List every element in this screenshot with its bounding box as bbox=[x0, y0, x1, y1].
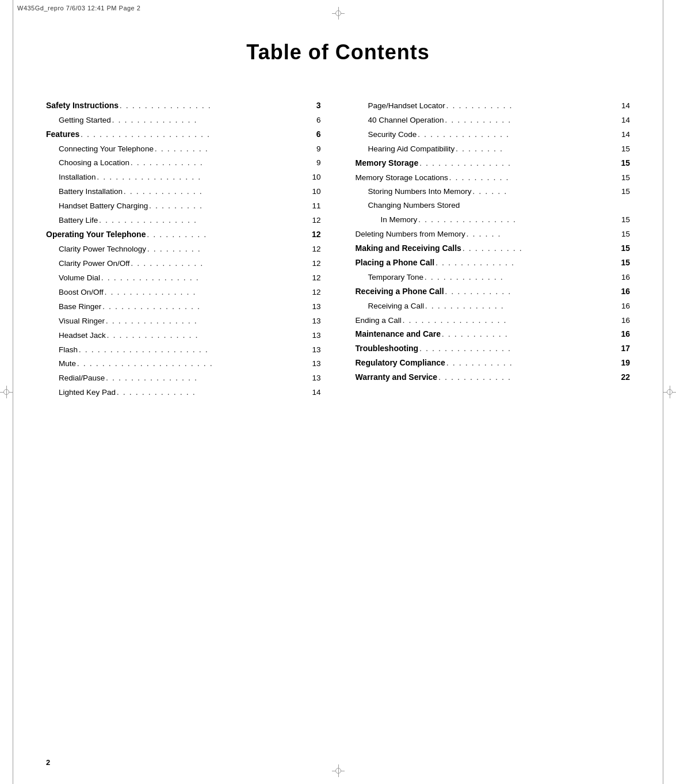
toc-label: Base Ringer bbox=[59, 300, 101, 314]
toc-label: 40 Channel Operation bbox=[368, 114, 444, 127]
toc-dots: . . . . . . bbox=[467, 227, 620, 241]
toc-page: 13 bbox=[312, 329, 320, 342]
toc-entry: Clarity Power On/Off . . . . . . . . . .… bbox=[46, 257, 321, 271]
toc-page: 14 bbox=[621, 128, 630, 142]
toc-label: Getting Started bbox=[59, 114, 111, 127]
toc-dots: . . . . . . . . . . . . . bbox=[436, 256, 620, 270]
toc-entry: Getting Started . . . . . . . . . . . . … bbox=[46, 113, 321, 127]
toc-page: 13 bbox=[312, 315, 320, 328]
toc-entry: Security Code . . . . . . . . . . . . . … bbox=[356, 128, 631, 142]
toc-label: Battery Installation bbox=[59, 185, 123, 199]
toc-label: Warranty and Service bbox=[356, 371, 438, 385]
toc-page: 12 bbox=[312, 243, 320, 256]
toc-dots: . . . . . . . . . . . . . . . bbox=[107, 329, 311, 342]
toc-dots: . . . . . . . . . . . . . bbox=[425, 271, 620, 284]
toc-page: 15 bbox=[621, 228, 630, 241]
toc-page: 16 bbox=[621, 328, 630, 341]
toc-label: Clarity Power On/Off bbox=[59, 257, 130, 271]
toc-label: Temporary Tone bbox=[368, 271, 424, 284]
toc-page: 6 bbox=[316, 114, 321, 127]
toc-page: 10 bbox=[312, 171, 320, 184]
toc-dots: . . . . . . . . . . . . . bbox=[117, 386, 311, 399]
toc-dots: . . . . . . . . . . . . . . . . . bbox=[97, 170, 311, 184]
toc-entry: Redial/Pause . . . . . . . . . . . . . .… bbox=[46, 371, 321, 385]
toc-page: 9 bbox=[316, 143, 321, 156]
toc-page: 3 bbox=[316, 99, 321, 113]
toc-label: Lighted Key Pad bbox=[59, 386, 116, 399]
toc-entry: Temporary Tone . . . . . . . . . . . . .… bbox=[356, 271, 631, 284]
toc-label: Troubleshooting bbox=[356, 342, 419, 356]
toc-label: Security Code bbox=[368, 128, 417, 142]
toc-dots: . . . . . . . . . . . . . . . . . . . . … bbox=[81, 128, 315, 142]
toc-page: 15 bbox=[621, 214, 630, 227]
toc-label: Regulatory Compliance bbox=[356, 356, 445, 370]
toc-entry: Mute . . . . . . . . . . . . . . . . . .… bbox=[46, 357, 321, 371]
toc-label: Installation bbox=[59, 171, 96, 184]
toc-page: 14 bbox=[621, 100, 630, 113]
toc-entry: Installation . . . . . . . . . . . . . .… bbox=[46, 170, 321, 184]
crosshair-circle-bottom bbox=[335, 768, 341, 774]
left-column: Safety Instructions . . . . . . . . . . … bbox=[46, 99, 321, 400]
toc-dots: . . . . . . . . . . . . . . . bbox=[106, 314, 311, 328]
toc-page: 14 bbox=[312, 386, 320, 399]
toc-entry: Hearing Aid Compatibility . . . . . . . … bbox=[356, 142, 631, 156]
toc-entry: Volume Dial . . . . . . . . . . . . . . … bbox=[46, 271, 321, 285]
crosshair-left bbox=[0, 386, 13, 398]
toc-page: 11 bbox=[312, 200, 320, 213]
toc-label: Flash bbox=[59, 344, 78, 357]
toc-page: 14 bbox=[621, 114, 630, 127]
toc-label: Receiving a Phone Call bbox=[356, 285, 444, 299]
toc-label: Changing Numbers Stored bbox=[368, 199, 460, 212]
toc-dots: . . . . . . . . . . . bbox=[446, 99, 620, 113]
content-area: Safety Instructions . . . . . . . . . . … bbox=[0, 99, 676, 400]
toc-dots: . . . . . . . . . . . . . bbox=[425, 299, 620, 313]
toc-page: 12 bbox=[312, 257, 320, 271]
toc-dots: . . . . . . . . . . . . . . . bbox=[419, 342, 620, 356]
toc-label: Placing a Phone Call bbox=[356, 256, 435, 270]
toc-label: Volume Dial bbox=[59, 272, 100, 285]
toc-entry: Battery Installation . . . . . . . . . .… bbox=[46, 185, 321, 199]
toc-page: 12 bbox=[312, 272, 320, 285]
toc-entry: Changing Numbers Stored bbox=[356, 199, 631, 212]
toc-entry: Operating Your Telephone . . . . . . . .… bbox=[46, 228, 321, 242]
toc-page: 15 bbox=[621, 185, 630, 199]
toc-dots: . . . . . . . . . . . . . bbox=[124, 185, 311, 199]
toc-dots: . . . . . . . . . . . . bbox=[131, 257, 311, 271]
toc-page: 16 bbox=[621, 314, 630, 328]
toc-page: 12 bbox=[312, 228, 321, 242]
toc-dots: . . . . . . . . . . . . . . . . bbox=[418, 213, 620, 227]
toc-entry: Headset Jack . . . . . . . . . . . . . .… bbox=[46, 329, 321, 342]
toc-label: Making and Receiving Calls bbox=[356, 242, 461, 256]
toc-dots: . . . . . . . . . bbox=[147, 242, 311, 256]
toc-dots: . . . . . . . . . . . bbox=[446, 356, 620, 370]
toc-page: 15 bbox=[621, 172, 630, 185]
toc-dots: . . . . . . . . . . . . . . . bbox=[105, 286, 311, 299]
toc-page: 17 bbox=[621, 342, 630, 356]
toc-page: 10 bbox=[312, 185, 320, 199]
toc-entry: Choosing a Location . . . . . . . . . . … bbox=[46, 156, 321, 170]
crosshair-circle-top bbox=[335, 10, 341, 16]
toc-page: 16 bbox=[621, 285, 630, 299]
toc-dots: . . . . . . . . . . . . . . . bbox=[418, 128, 620, 142]
toc-dots: . . . . . . . . . . bbox=[449, 171, 620, 185]
toc-entry: Storing Numbers Into Memory . . . . . .1… bbox=[356, 185, 631, 199]
toc-dots: . . . . . . . . . bbox=[149, 199, 311, 213]
header-bar: W435Gd_repro 7/6/03 12:41 PM Page 2 bbox=[17, 5, 140, 12]
crosshair-circle-left bbox=[3, 389, 9, 395]
toc-page: 13 bbox=[312, 372, 320, 385]
toc-label: Page/Handset Locator bbox=[368, 100, 445, 113]
toc-label: Boost On/Off bbox=[59, 286, 104, 299]
toc-entry: Lighted Key Pad . . . . . . . . . . . . … bbox=[46, 386, 321, 399]
toc-label: Memory Storage Locations bbox=[356, 172, 448, 185]
toc-label: Storing Numbers Into Memory bbox=[368, 185, 472, 199]
toc-entry: Receiving a Call . . . . . . . . . . . .… bbox=[356, 299, 631, 313]
toc-dots: . . . . . . . . . bbox=[155, 142, 315, 156]
toc-entry: Safety Instructions . . . . . . . . . . … bbox=[46, 99, 321, 113]
toc-dots: . . . . . . . . . . . . . . . bbox=[106, 371, 311, 385]
page-number: 2 bbox=[46, 758, 50, 767]
toc-page: 13 bbox=[312, 300, 320, 314]
toc-label: Clarity Power Technology bbox=[59, 243, 146, 256]
toc-page: 19 bbox=[621, 356, 630, 370]
toc-entry: 40 Channel Operation . . . . . . . . . .… bbox=[356, 113, 631, 127]
toc-page: 13 bbox=[312, 357, 320, 371]
